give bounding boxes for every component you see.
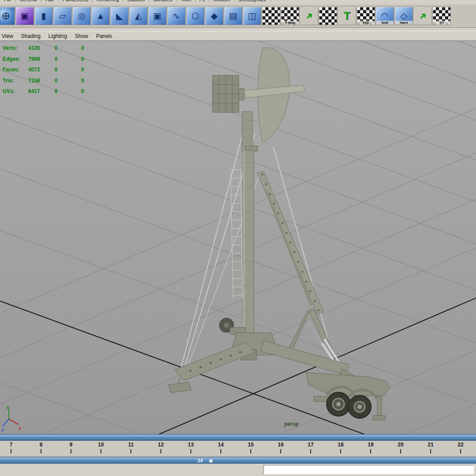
poly-cube-icon[interactable]: ▣ xyxy=(15,7,34,25)
frame-20[interactable]: 20 xyxy=(392,442,409,454)
move-uv-shell-icon[interactable]: ➜ xyxy=(300,7,318,25)
shelf-tab-custom[interactable]: Custom xyxy=(209,0,234,2)
poly-count-hud: Verts:412600Edges:799800Faces:407200Tris… xyxy=(3,43,108,97)
flip-uv-icon[interactable]: Flip xyxy=(357,7,375,25)
poly-cylinder-icon[interactable]: ▮ xyxy=(34,7,53,25)
poly-torus-icon[interactable]: ◎ xyxy=(72,7,91,25)
frame-tick xyxy=(430,449,431,454)
time-slider-bar[interactable] xyxy=(0,434,476,441)
poly-pipe-icon[interactable]: ▣ xyxy=(148,7,167,25)
frame-number: 13 xyxy=(182,442,200,448)
frame-13[interactable]: 13 xyxy=(182,442,200,454)
poly-prism-icon[interactable]: ◣ xyxy=(110,7,129,25)
shelf-tab-subdivs[interactable]: Subdivs xyxy=(123,0,149,2)
poly-cone-icon[interactable]: ▲ xyxy=(91,7,110,25)
frame-11[interactable]: 11 xyxy=(122,442,140,454)
poly-helix-icon[interactable]: ∿ xyxy=(167,7,186,25)
shelf-tab-hair[interactable]: Hair xyxy=(41,0,59,2)
command-line-input[interactable] xyxy=(264,465,474,474)
poly-plane-icon[interactable]: ▱ xyxy=(53,7,72,25)
hud-value-2: 0 xyxy=(55,75,81,86)
perspective-viewport[interactable]: Verts:412600Edges:799800Faces:407200Tris… xyxy=(0,41,476,435)
radar-mast-model[interactable] xyxy=(168,48,390,420)
frame-tick xyxy=(250,449,251,454)
frame-12[interactable]: 12 xyxy=(152,442,170,454)
frame-number: 14 xyxy=(212,442,230,448)
shelf-tab-fur[interactable]: Fur xyxy=(0,0,16,2)
frame-16[interactable]: 16 xyxy=(272,442,290,454)
frame-22[interactable]: 22 xyxy=(452,442,469,454)
harden-edge-icon-glyph: ◇ xyxy=(400,11,407,20)
frame-14[interactable]: 14 xyxy=(212,442,230,454)
cylindrical-mapping-icon[interactable] xyxy=(319,7,337,25)
poly-sphere-icon[interactable]: ⊕ xyxy=(0,7,15,25)
uv-texture-editor-icon[interactable]: T xyxy=(338,7,356,25)
poly-soccerball-icon[interactable]: ⬡ xyxy=(186,7,205,25)
panel-menu-shading[interactable]: Shading xyxy=(17,33,45,39)
shelf-tab-rendering[interactable]: Rendering xyxy=(93,0,123,2)
panel-menu-lighting[interactable]: Lighting xyxy=(45,33,71,39)
poly-cone-icon-glyph: ▲ xyxy=(96,11,105,20)
frame-18[interactable]: 18 xyxy=(332,442,350,454)
frame-tick xyxy=(130,449,131,454)
poly-combine-icon[interactable]: ▤ xyxy=(224,7,242,25)
poly-pyramid-icon[interactable]: ◭ xyxy=(129,7,148,25)
frame-tick xyxy=(400,449,401,454)
hud-value-2: 0 xyxy=(55,86,81,97)
axis-x-label: x xyxy=(18,425,22,431)
frame-number: 8 xyxy=(32,442,50,448)
frame-7[interactable]: 7 xyxy=(2,442,20,454)
frame-21[interactable]: 21 xyxy=(422,442,439,454)
time-slider-frames[interactable]: 78910111213141516171819202122 xyxy=(0,441,476,457)
rotate-uv-icon[interactable]: ➜ xyxy=(413,7,432,25)
frame-tick xyxy=(41,449,41,454)
triangulate-icon[interactable]: Tri xyxy=(432,7,451,25)
viewport-scene xyxy=(0,41,476,435)
shelf-tab-painteffects[interactable]: PaintEffects xyxy=(59,0,93,2)
frame-number: 20 xyxy=(392,442,409,448)
uv-snapshot-icon-label: X Map xyxy=(281,21,299,25)
poly-plane-icon-glyph: ▱ xyxy=(59,11,66,20)
frame-8[interactable]: 8 xyxy=(32,442,50,454)
hud-value-3: 0 xyxy=(81,43,108,54)
shelf-tab-surfaces[interactable]: Surfaces xyxy=(149,0,176,2)
range-slider-handle[interactable] xyxy=(209,459,213,463)
soften-edge-icon[interactable]: ◠Soft xyxy=(376,7,394,25)
hud-value-3: 0 xyxy=(81,86,108,97)
shelf-tab-shelflayout1[interactable]: shelfLayout1 xyxy=(234,0,270,2)
uv-snapshot-icon[interactable]: X Map xyxy=(281,7,299,25)
frame-number: 16 xyxy=(272,442,290,448)
camera-label: persp xyxy=(284,421,299,427)
frame-9[interactable]: 9 xyxy=(62,442,80,454)
shelf-tab-toon[interactable]: Toon xyxy=(177,0,196,2)
panel-menu-panels[interactable]: Panels xyxy=(92,33,116,39)
shelf-tab-f5[interactable]: F5 xyxy=(196,0,210,2)
mast-column xyxy=(243,150,254,350)
frame-tick xyxy=(280,449,281,454)
poly-soccerball-icon-glyph: ⬡ xyxy=(191,11,199,20)
frame-number: 21 xyxy=(422,442,439,448)
frame-19[interactable]: 19 xyxy=(362,442,379,454)
frame-number: 19 xyxy=(362,442,379,448)
harden-edge-icon[interactable]: ◇Hard xyxy=(394,7,413,25)
shelf-tab-general[interactable]: General xyxy=(16,0,41,2)
frame-number: 18 xyxy=(332,442,350,448)
winch-drum xyxy=(219,318,246,335)
poly-cylinder-icon-glyph: ▮ xyxy=(41,11,46,20)
panel-menu-view[interactable]: View xyxy=(0,33,17,39)
hud-label: Tris: xyxy=(3,75,28,86)
panel-menu-show[interactable]: Show xyxy=(71,33,92,39)
range-slider[interactable]: 24 xyxy=(0,457,476,464)
poly-platonic-icon[interactable]: ◆ xyxy=(205,7,223,25)
frame-15[interactable]: 15 xyxy=(242,442,260,454)
rotate-uv-icon-glyph: ➜ xyxy=(416,9,429,22)
frame-10[interactable]: 10 xyxy=(92,442,110,454)
poly-boolean-icon[interactable]: ◫ xyxy=(243,7,261,25)
frame-number: 7 xyxy=(2,442,20,448)
soften-edge-icon-label: Soft xyxy=(376,21,394,25)
planar-mapping-icon[interactable] xyxy=(262,7,280,25)
poly-torus-icon-glyph: ◎ xyxy=(78,11,85,20)
poly-sphere-icon-glyph: ⊕ xyxy=(1,10,10,22)
frame-17[interactable]: 17 xyxy=(302,442,320,454)
hud-value-1: 7158 xyxy=(28,75,55,86)
